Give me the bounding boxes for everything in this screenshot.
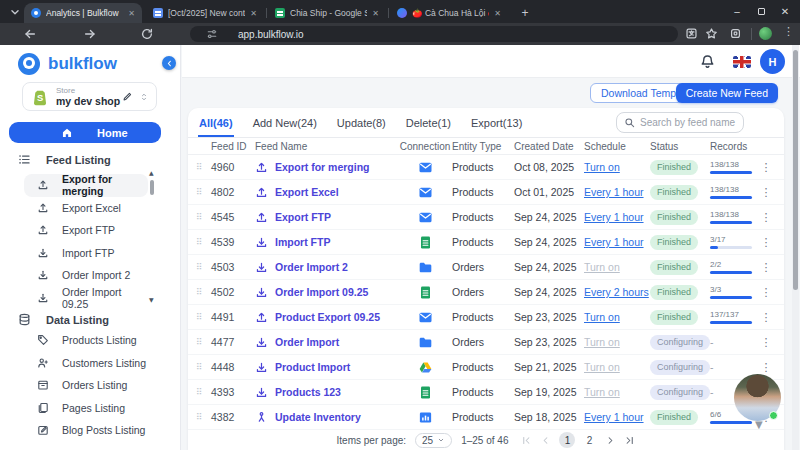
schedule-link[interactable]: Every 1 hour <box>584 211 650 223</box>
column-header-entity-type[interactable]: Entity Type <box>452 141 514 152</box>
bookmark-star-icon[interactable] <box>705 27 718 40</box>
feed-name-link[interactable]: Order Import <box>255 336 398 349</box>
sidebar-collapse-button[interactable] <box>162 56 176 70</box>
tab-add-new-24[interactable]: Add New(24) <box>252 117 318 137</box>
tab-delete-1[interactable]: Delete(1) <box>405 117 452 137</box>
tab-close-icon[interactable]: ✕ <box>128 9 135 18</box>
drag-handle[interactable]: ⠿ <box>196 387 211 397</box>
tab-close-icon[interactable]: ✕ <box>250 9 257 18</box>
sidebar-item-pages-listing[interactable]: Pages Listing <box>24 397 148 420</box>
drag-handle[interactable]: ⠿ <box>196 362 211 372</box>
sidebar-item-export-excel[interactable]: Export Excel <box>24 197 148 220</box>
window-close-button[interactable]: ✕ <box>774 0 796 23</box>
feed-name-link[interactable]: Order Import 2 <box>255 261 398 274</box>
sidebar-item-order-import-2[interactable]: Order Import 2 <box>24 264 148 287</box>
schedule-link[interactable]: Turn on <box>584 261 650 273</box>
column-header-records[interactable]: Records <box>710 141 756 152</box>
last-page-icon[interactable] <box>624 435 635 446</box>
sidebar-item-products-listing[interactable]: Products Listing <box>24 329 148 352</box>
column-header-connection[interactable]: Connection <box>398 141 452 152</box>
row-menu-icon[interactable]: ⋮ <box>756 286 776 299</box>
column-header-feed-name[interactable]: Feed Name <box>255 141 398 152</box>
schedule-link[interactable]: Every 1 hour <box>584 411 650 423</box>
site-settings-icon[interactable] <box>206 28 218 40</box>
unfold-icon[interactable] <box>139 92 149 102</box>
feed-name-link[interactable]: Update Inventory <box>255 411 398 424</box>
forward-icon[interactable] <box>83 27 97 41</box>
sidebar-item-home[interactable]: Home <box>9 122 161 143</box>
browser-tab[interactable]: 🍅 Cà Chua Hà Lội 🍅 | Messen✕ <box>390 3 508 23</box>
page-size-select[interactable]: 25 <box>415 433 452 448</box>
sidebar-item-export-ftp[interactable]: Export FTP <box>24 219 148 242</box>
schedule-link[interactable]: Every 2 hours <box>584 286 650 298</box>
feed-name-link[interactable]: Product Export 09.25 <box>255 311 398 324</box>
feed-name-link[interactable]: Export FTP <box>255 211 398 224</box>
drag-handle[interactable]: ⠿ <box>196 312 211 322</box>
schedule-link[interactable]: Turn on <box>584 361 650 373</box>
notification-bell-icon[interactable] <box>700 54 715 69</box>
schedule-link[interactable]: Every 1 hour <box>584 236 650 248</box>
sidebar-item-import-ftp[interactable]: Import FTP <box>24 242 148 265</box>
page-button-1[interactable]: 1 <box>559 432 575 448</box>
language-flag-icon[interactable] <box>733 56 751 68</box>
back-icon[interactable] <box>23 27 37 41</box>
sidebar-item-export-for-merging[interactable]: Export for merging <box>24 174 148 197</box>
drag-handle[interactable]: ⠿ <box>196 287 211 297</box>
feed-name-link[interactable]: Product Import <box>255 361 398 374</box>
schedule-link[interactable]: Turn on <box>584 311 650 323</box>
first-page-icon[interactable] <box>521 435 532 446</box>
browser-tab[interactable]: Chia Ship - Google Sheets✕ <box>268 3 386 23</box>
tab-all-46[interactable]: All(46) <box>198 117 234 137</box>
feed-name-link[interactable]: Products 123 <box>255 386 398 399</box>
page-button-2[interactable]: 2 <box>581 432 597 448</box>
drag-handle[interactable]: ⠿ <box>196 337 211 347</box>
brand[interactable]: bulkflow <box>18 53 117 75</box>
row-menu-icon[interactable]: ⋮ <box>756 211 776 224</box>
browser-profile-avatar[interactable] <box>759 27 772 40</box>
drag-handle[interactable]: ⠿ <box>196 412 211 422</box>
drag-handle[interactable]: ⠿ <box>196 187 211 197</box>
page-scrollbar-thumb[interactable] <box>793 50 798 290</box>
row-menu-icon[interactable]: ⋮ <box>756 236 776 249</box>
browser-tab[interactable]: [Oct/2025] New content - Ha M✕ <box>146 3 264 23</box>
window-maximize-button[interactable] <box>750 0 772 23</box>
feed-name-link[interactable]: Export for merging <box>255 161 398 174</box>
drag-handle[interactable]: ⠿ <box>196 262 211 272</box>
drag-handle[interactable]: ⠿ <box>196 162 211 172</box>
tab-search-chevron-icon[interactable] <box>8 5 22 19</box>
sidebar-scrollbar[interactable]: ▲ ▼ <box>148 169 156 303</box>
store-selector[interactable]: S Store my dev shop <box>22 82 157 111</box>
extensions-icon[interactable] <box>729 27 742 40</box>
row-menu-icon[interactable]: ⋮ <box>756 186 776 199</box>
row-menu-icon[interactable]: ⋮ <box>756 261 776 274</box>
address-bar[interactable]: app.bulkflow.io <box>190 26 678 42</box>
scrollbar-thumb[interactable] <box>150 180 154 195</box>
previous-page-icon[interactable] <box>540 435 551 446</box>
translate-icon[interactable] <box>685 27 698 40</box>
column-header-feed-id[interactable]: Feed ID <box>211 141 255 152</box>
schedule-link[interactable]: Turn on <box>584 336 650 348</box>
data-listing-section-header[interactable]: Data Listing <box>18 313 109 326</box>
feed-name-link[interactable]: Export Excel <box>255 186 398 199</box>
next-page-icon[interactable] <box>605 435 616 446</box>
row-menu-icon[interactable]: ⋮ <box>756 161 776 174</box>
browser-menu-icon[interactable]: ⋮ <box>783 25 794 38</box>
scroll-down-icon[interactable]: ▼ <box>149 296 154 303</box>
column-header-schedule[interactable]: Schedule <box>584 141 650 152</box>
tab-close-icon[interactable]: ✕ <box>494 9 501 18</box>
search-input[interactable] <box>640 117 736 128</box>
avatar[interactable]: H <box>760 49 785 74</box>
schedule-link[interactable]: Every 1 hour <box>584 186 650 198</box>
drag-handle[interactable]: ⠿ <box>196 237 211 247</box>
tab-close-icon[interactable]: ✕ <box>372 9 379 18</box>
search-box[interactable] <box>616 112 744 133</box>
column-header-created-date[interactable]: Created Date <box>514 141 584 152</box>
create-new-feed-button[interactable]: Create New Feed <box>676 83 778 103</box>
row-menu-icon[interactable]: ⋮ <box>756 361 776 374</box>
feed-name-link[interactable]: Order Import 09.25 <box>255 286 398 299</box>
sidebar-item-orders-listing[interactable]: Orders Listing <box>24 374 148 397</box>
window-minimize-button[interactable]: – <box>726 0 748 23</box>
scroll-up-icon[interactable]: ▲ <box>149 169 154 176</box>
drag-handle[interactable]: ⠿ <box>196 212 211 222</box>
sidebar-item-order-import-09-25[interactable]: Order Import 09.25 <box>24 287 148 310</box>
